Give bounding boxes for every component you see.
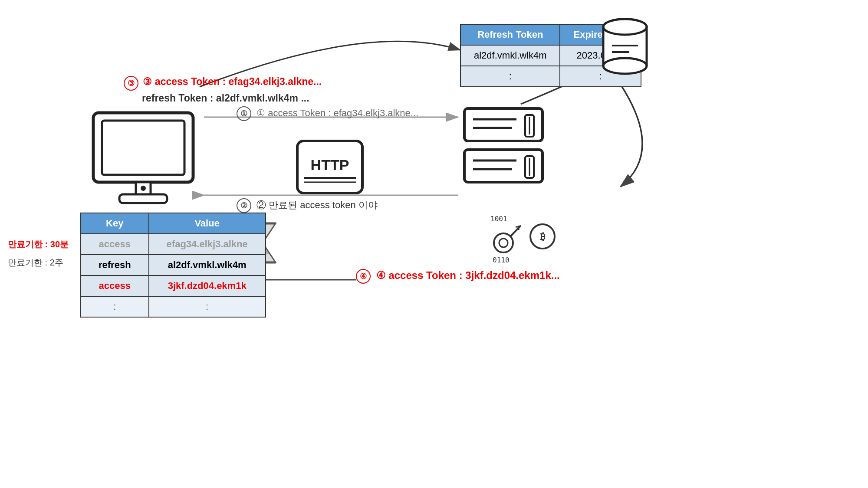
client-row2-key: refresh [81, 255, 149, 275]
svg-text:0110: 0110 [493, 256, 510, 264]
client-token-table: Key Value access efag34.elkj3.alkne refr… [80, 213, 266, 318]
svg-rect-26 [102, 121, 184, 175]
step4-circle: ④ [356, 269, 371, 284]
client-row3-value: 3jkf.dzd04.ekm1k [149, 275, 266, 296]
db-table-header-refresh: Refresh Token [460, 24, 560, 45]
db-table-row1-token: al2df.vmkl.wlk4m [460, 45, 560, 66]
svg-rect-28 [119, 194, 167, 203]
step3-circle: ③ [124, 76, 138, 91]
client-row1-key: access [81, 234, 149, 255]
svg-text:HTTP: HTTP [311, 157, 349, 173]
expire-30min-label: 만료기한 : 30분 [8, 239, 69, 250]
client-table-row-access-expired: access efag34.elkj3.alkne [81, 234, 266, 255]
step1-label: ① ① access Token : efag34.elkj3.alkne... [237, 106, 418, 121]
client-row4-key: : [81, 296, 149, 317]
client-table-row-refresh: refresh al2df.vmkl.wlk4m [81, 255, 266, 275]
svg-point-12 [603, 19, 647, 35]
db-table-row2-token: : [460, 66, 560, 87]
step2-label: ② ② 만료된 access token 이야 [237, 198, 378, 213]
step3-line2: refresh Token : al2df.vmkl.wlk4m ... [142, 92, 309, 104]
svg-point-40 [499, 239, 508, 247]
database-icon [599, 17, 651, 80]
http-icon: HTTP [295, 139, 365, 197]
client-table-header-value: Value [149, 213, 266, 234]
token-crypto-icons: ₿ 1001 0110 [486, 213, 564, 266]
client-table-row-dots: : : [81, 296, 266, 317]
step4-label: ④ ④ access Token : 3jkf.dzd04.ekm1k... [356, 269, 560, 284]
svg-text:₿: ₿ [540, 231, 545, 242]
svg-text:1001: 1001 [490, 215, 507, 223]
computer-icon [87, 108, 200, 214]
svg-point-11 [603, 58, 647, 74]
client-row3-key: access [81, 275, 149, 296]
step3-line1: ③ access Token : efag34.elkj3.alkne... [143, 76, 322, 87]
svg-point-29 [141, 186, 146, 191]
step3-label: ③ ③ access Token : efag34.elkj3.alkne...… [124, 76, 322, 104]
step1-text: ① access Token : efag34.elkj3.alkne... [256, 108, 418, 118]
expire-2week-label: 만료기한 : 2주 [8, 257, 63, 269]
step2-text: ② 만료된 access token 이야 [256, 200, 378, 210]
step4-text: ④ access Token : 3jkf.dzd04.ekm1k... [376, 269, 560, 281]
step2-circle: ② [237, 198, 251, 213]
client-table-header-key: Key [81, 213, 149, 234]
server-icon [460, 104, 547, 193]
client-row2-value: al2df.vmkl.wlk4m [149, 255, 266, 275]
step1-circle: ① [237, 106, 251, 121]
client-table-row-new-access: access 3jkf.dzd04.ekm1k [81, 275, 266, 296]
client-row1-value: efag34.elkj3.alkne [149, 234, 266, 255]
client-row4-value: : [149, 296, 266, 317]
